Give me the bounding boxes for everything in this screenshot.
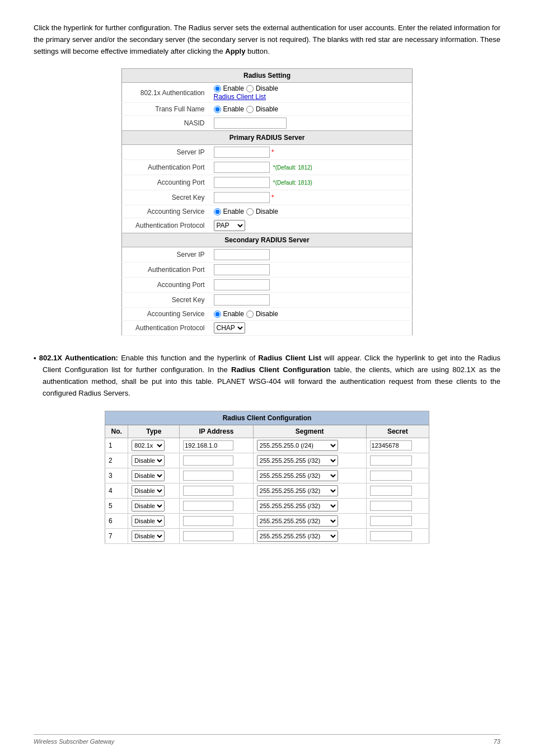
segment-select-6[interactable]: 255.255.255.255 (/32)255.255.255.0 (/24) [257, 515, 338, 527]
type-select-3[interactable]: 802.1xDisable [132, 470, 165, 481]
type-select-5[interactable]: 802.1xDisable [132, 500, 165, 511]
secret-input-4[interactable] [370, 486, 412, 496]
primary-secret-input[interactable] [214, 192, 270, 203]
value-nasid[interactable] [212, 116, 413, 131]
value-trans-full-name: Enable Disable [212, 103, 413, 116]
secondary-server-title: Secondary RADIUS Server [122, 233, 413, 247]
secondary-secret-input[interactable] [214, 294, 270, 306]
cell-secret-7[interactable] [366, 528, 429, 543]
col-secret: Secret [366, 425, 429, 438]
primary-acct-port-input[interactable] [214, 177, 270, 188]
cell-secret-2[interactable] [366, 453, 429, 468]
value-secondary-auth-proto[interactable]: PAP CHAP [212, 321, 413, 336]
cell-ip-2[interactable] [180, 453, 254, 468]
label-secondary-acct-port: Accounting Port [122, 278, 212, 293]
radio-secondary-acct-disable[interactable] [246, 311, 254, 318]
segment-select-5[interactable]: 255.255.255.255 (/32)255.255.255.0 (/24) [257, 500, 338, 511]
value-secondary-acct-port[interactable] [212, 278, 413, 293]
segment-select-7[interactable]: 255.255.255.255 (/32)255.255.255.0 (/24) [257, 530, 338, 542]
cell-ip-3[interactable] [180, 468, 254, 483]
value-secondary-server-ip[interactable] [212, 247, 413, 262]
client-config-table: Radius Client Configuration No. Type IP … [105, 411, 429, 544]
col-type: Type [128, 425, 180, 438]
cell-ip-6[interactable] [180, 513, 254, 528]
type-select-6[interactable]: 802.1xDisable [132, 515, 165, 527]
cell-type-4[interactable]: 802.1xDisable [128, 483, 180, 498]
label-secondary-server-ip: Server IP [122, 247, 212, 262]
cell-segment-1[interactable]: 255.255.255.0 (/24) 255.255.255.255 (/32… [253, 438, 366, 453]
primary-auth-port-input[interactable] [214, 162, 270, 173]
secondary-server-ip-input[interactable] [214, 249, 270, 260]
cell-secret-1[interactable] [366, 438, 429, 453]
cell-segment-7[interactable]: 255.255.255.255 (/32)255.255.255.0 (/24) [253, 528, 366, 543]
cell-segment-4[interactable]: 255.255.255.255 (/32)255.255.255.0 (/24) [253, 483, 366, 498]
value-secondary-auth-port[interactable] [212, 262, 413, 278]
cell-secret-3[interactable] [366, 468, 429, 483]
radius-client-list-link[interactable]: Radius Client List [214, 93, 410, 101]
cell-segment-5[interactable]: 255.255.255.255 (/32)255.255.255.0 (/24) [253, 498, 366, 513]
cell-no-3: 3 [105, 468, 128, 483]
cell-type-6[interactable]: 802.1xDisable [128, 513, 180, 528]
cell-no-7: 7 [105, 528, 128, 543]
cell-ip-5[interactable] [180, 498, 254, 513]
radio-primary-acct-disable[interactable] [246, 208, 254, 215]
secret-input-6[interactable] [370, 516, 412, 526]
cell-secret-5[interactable] [366, 498, 429, 513]
ip-input-7[interactable] [183, 531, 233, 541]
radio-secondary-acct-enable[interactable] [214, 311, 221, 318]
cell-no-1: 1 [105, 438, 128, 453]
ip-input-1[interactable] [183, 440, 233, 450]
primary-auth-proto-select[interactable]: PAP CHAP [214, 220, 245, 231]
secondary-auth-port-input[interactable] [214, 264, 270, 275]
cell-ip-4[interactable] [180, 483, 254, 498]
cell-ip-7[interactable] [180, 528, 254, 543]
radio-8021x-enable[interactable] [214, 85, 221, 92]
cell-ip-1[interactable] [180, 438, 254, 453]
secondary-auth-proto-select[interactable]: PAP CHAP [214, 322, 245, 334]
segment-select-1[interactable]: 255.255.255.0 (/24) 255.255.255.255 (/32… [257, 440, 338, 451]
ip-input-5[interactable] [183, 501, 233, 511]
ip-input-6[interactable] [183, 516, 233, 526]
cell-type-3[interactable]: 802.1xDisable [128, 468, 180, 483]
secret-input-7[interactable] [370, 531, 412, 541]
secret-input-2[interactable] [370, 456, 412, 466]
nasid-input[interactable] [214, 118, 287, 129]
cell-segment-2[interactable]: 255.255.255.255 (/32)255.255.255.0 (/24) [253, 453, 366, 468]
value-primary-auth-proto[interactable]: PAP CHAP [212, 218, 413, 233]
secret-input-1[interactable] [370, 440, 412, 450]
radio-8021x-disable[interactable] [246, 85, 254, 92]
radio-transfull-enable[interactable] [214, 106, 221, 113]
radio-primary-acct-enable[interactable] [214, 208, 221, 215]
primary-server-ip-input[interactable] [214, 147, 270, 158]
secret-input-3[interactable] [370, 471, 412, 481]
secret-input-5[interactable] [370, 501, 412, 511]
radius-setting-title: Radius Setting [122, 69, 413, 83]
secondary-acct-port-input[interactable] [214, 279, 270, 290]
type-select-2[interactable]: 802.1xDisable [132, 455, 165, 466]
cell-secret-6[interactable] [366, 513, 429, 528]
col-no: No. [105, 425, 128, 438]
cell-no-2: 2 [105, 453, 128, 468]
type-select-1[interactable]: 802.1x Disable [132, 440, 165, 451]
type-select-7[interactable]: 802.1xDisable [132, 530, 165, 542]
cell-type-5[interactable]: 802.1xDisable [128, 498, 180, 513]
table-row: 2 802.1xDisable 255.255.255.255 (/32)255… [105, 453, 429, 468]
primary-server-title: Primary RADIUS Server [122, 131, 413, 145]
cell-type-2[interactable]: 802.1xDisable [128, 453, 180, 468]
label-secondary-auth-proto: Authentication Protocol [122, 321, 212, 336]
segment-select-3[interactable]: 255.255.255.255 (/32)255.255.255.0 (/24) [257, 470, 338, 481]
ip-input-4[interactable] [183, 486, 233, 496]
segment-select-4[interactable]: 255.255.255.255 (/32)255.255.255.0 (/24) [257, 485, 338, 496]
segment-select-2[interactable]: 255.255.255.255 (/32)255.255.255.0 (/24) [257, 455, 338, 466]
ip-input-3[interactable] [183, 471, 233, 481]
cell-segment-3[interactable]: 255.255.255.255 (/32)255.255.255.0 (/24) [253, 468, 366, 483]
cell-secret-4[interactable] [366, 483, 429, 498]
intro-paragraph: Click the hyperlink for further configur… [34, 22, 500, 57]
ip-input-2[interactable] [183, 456, 233, 466]
cell-segment-6[interactable]: 255.255.255.255 (/32)255.255.255.0 (/24) [253, 513, 366, 528]
radio-transfull-disable[interactable] [246, 106, 254, 113]
cell-type-7[interactable]: 802.1xDisable [128, 528, 180, 543]
value-secondary-secret[interactable] [212, 293, 413, 308]
cell-type-1[interactable]: 802.1x Disable [128, 438, 180, 453]
type-select-4[interactable]: 802.1xDisable [132, 485, 165, 496]
